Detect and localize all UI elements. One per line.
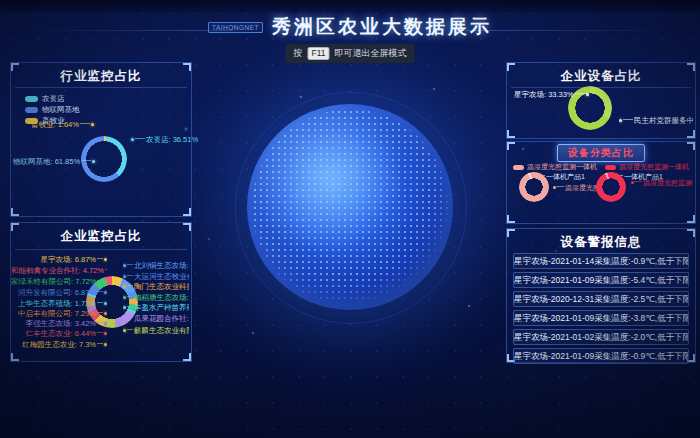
divider	[511, 87, 691, 88]
callout-label: 星宇农场: 6.87%	[11, 255, 107, 265]
class-right-donut-chart[interactable]	[596, 172, 626, 202]
alarm-row: 星宇农场-2020-12-31采集温度:-2.5℃,低于下限:0℃	[513, 291, 689, 307]
hint-suffix: 即可退出全屏模式	[335, 47, 407, 60]
callout-label: 瓜果花园合作社: 15.02%	[123, 314, 189, 324]
legend-swatch	[513, 165, 524, 170]
alarm-row: 星宇农场-2021-01-14采集温度:-0.9℃,低于下限:0℃	[513, 253, 689, 269]
star-dots	[0, 0, 2, 2]
page-title: 秀洲区农业大数据展示	[272, 14, 492, 40]
legend-item[interactable]: 农资店	[25, 93, 80, 104]
fullscreen-hint: 按 F11 即可退出全屏模式	[285, 44, 414, 63]
panel-device-ratio: 企业设备占比 星宇农场: 33.33% 民主村党群服务中心:	[506, 62, 696, 139]
callout-label: 红梅园生态农业: 7.3%	[11, 340, 107, 350]
legend-swatch	[25, 107, 38, 113]
top-strip	[0, 0, 700, 13]
callout-label: 润升发有限公司: 6.87%	[11, 288, 107, 298]
f11-key-badge: F11	[307, 47, 329, 60]
alarm-row: 星宇农场-2021-01-09采集温度:-0.9℃,低于下限:0℃	[513, 348, 689, 364]
callout-label: 大运河生态牧业有限责任公	[123, 272, 189, 282]
panel-title: 企业设备占比	[507, 68, 695, 85]
callout-label: 中启丰有限公司: 7.29%	[11, 309, 107, 319]
panel-industry-monitor: 行业监控占比 农资店 物联网基地 畜牧业 畜牧业: 1.64% 农资店: 36.…	[10, 62, 192, 217]
callout-label: 和能鹌禽专业合作社: 4.72%	[11, 266, 107, 276]
legend-swatch	[25, 96, 38, 102]
callout-label: 丰盈水产种苗养殖场: 1.	[123, 303, 189, 313]
callout-label: 温湿度光照监测一	[631, 178, 693, 188]
legend-label: 物联网基地	[42, 105, 80, 115]
callout-label: 陶门生态农业科技有限公	[123, 282, 189, 292]
panel-title: 企业监控占比	[11, 228, 191, 245]
callout-label: 星宇农场: 33.33%	[514, 90, 589, 100]
panel-title: 行业监控占比	[11, 68, 191, 85]
callout-label: 李强生态农场: 3.42%	[11, 319, 107, 329]
panel-enterprise-monitor: 企业监控占比 星宇农场: 6.87% 和能鹌禽专业合作社: 4.72% 家绿禾特…	[10, 222, 192, 362]
callout-label: 温湿度光照监测一	[553, 183, 601, 193]
callout-label: 仁丰生态农业: 6.44%	[11, 329, 107, 339]
panel-title: 设备警报信息	[507, 234, 695, 251]
brand-logo: TAIHONGNET	[208, 22, 263, 33]
panel-device-classification: 设备分类占比 温湿度光照监测一体机 一体机产品1 温湿度光照监测一 温湿度光照监…	[506, 141, 696, 224]
callout-label: 北刘铜生态农场: 11.16%	[123, 261, 189, 271]
divider	[15, 87, 187, 88]
callout-label: 鸭稻塘生态农场: 4.29	[123, 293, 189, 303]
dashboard-root: TAIHONGNET 秀洲区农业大数据展示 按 F11 即可退出全屏模式 行业监…	[0, 0, 700, 438]
callout-label: 家绿禾特有限公司: 7.72%	[11, 277, 107, 287]
callout-label: 麒麟生态农业有限公司: 6.87	[123, 326, 189, 336]
panel-device-alarms: 设备警报信息 星宇农场-2021-01-14采集温度:-0.9℃,低于下限:0℃…	[506, 228, 696, 363]
legend-item[interactable]: 物联网基地	[25, 104, 80, 115]
class-left-donut-chart[interactable]	[519, 172, 549, 202]
callout-label: 农资店: 36.51%	[131, 135, 198, 145]
section-title-badge: 设备分类占比	[557, 144, 645, 162]
callout-label: 上华生态养殖场: 1.72%	[11, 299, 107, 309]
divider	[15, 249, 187, 250]
alarm-row: 星宇农场-2021-01-02采集温度:-2.0℃,低于下限:0℃	[513, 329, 689, 345]
callout-label: 物联网基地: 61.85%	[13, 157, 95, 167]
alarm-row: 星宇农场-2021-01-09采集温度:-3.8℃,低于下限:0℃	[513, 310, 689, 326]
alarm-row: 星宇农场-2021-01-09采集温度:-5.4℃,低于下限:0℃	[513, 272, 689, 288]
legend-label: 温湿度光照监测一体机	[527, 162, 597, 172]
legend-item[interactable]: 温湿度光照监测一体机	[605, 162, 689, 172]
legend-label: 温湿度光照监测一体机	[619, 162, 689, 172]
legend-swatch	[605, 165, 616, 170]
callout-label: 畜牧业: 1.64%	[31, 120, 94, 130]
hint-prefix: 按	[293, 47, 302, 60]
globe-outer-ring	[235, 92, 467, 324]
callout-label: 民主村党群服务中心:	[619, 116, 693, 126]
legend-label: 农资店	[42, 94, 65, 104]
legend-item[interactable]: 温湿度光照监测一体机	[513, 162, 597, 172]
page-header: TAIHONGNET 秀洲区农业大数据展示	[0, 14, 700, 40]
